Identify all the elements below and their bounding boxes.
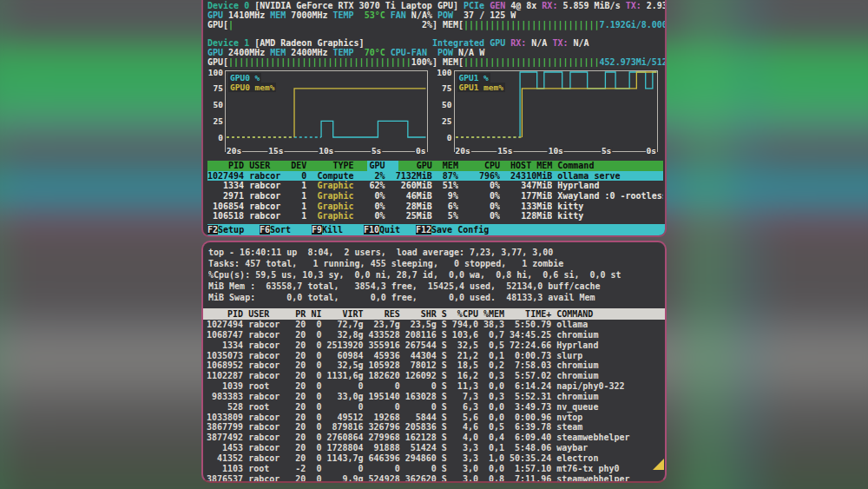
cell-user: rabcor [248,340,285,351]
cell-cmd: electron [556,453,665,464]
process-row[interactable]: 3876537rabcor2009,9g524928362620S3,00,87… [203,474,665,483]
fn-label: Kill [322,225,343,235]
cell-pid: 1334 [207,181,244,191]
gpu0-graph: 1007550250 GPU0 %GPU0 mem% 20s15s10s5s0s [207,70,437,156]
cell-user: rabcor [248,330,285,340]
cell-dev: 1 [291,211,306,221]
cell-pid: 3867799 [207,422,243,433]
process-row[interactable]: 3877492rabcor2002760864279968162128S4,00… [203,433,665,443]
cell-mem: 0,0 [483,402,504,413]
process-row[interactable]: 1102287rabcor2001131,6g182620126092S16,2… [203,371,665,381]
process-row[interactable]: 983383rabcor20033,0g195140163028S7,30,35… [203,392,665,402]
cell-pr: 20 [290,371,306,381]
fn-label: Quit [379,225,400,235]
process-row[interactable]: 1027494rabcor20072,7g23,7g23,5gS794,038,… [203,320,665,330]
process-row[interactable]: 1334rabcor1Graphic62%260MiB51%0%347MiBHy… [207,181,663,191]
gpu1-usage-bars: GPU[|||||||||||||||||||||||||||||||||||1… [207,57,665,67]
header-shr: SHR [405,308,437,320]
process-row[interactable]: 1103root-20000S3,00,01:57.10mt76-tx phy0 [203,464,665,474]
process-row[interactable]: 1068747rabcor20032,8g433528208116S103,60… [203,330,665,340]
process-row[interactable]: 1033809rabcor20049512192685844S5,60,00:0… [203,413,665,423]
cell-res: 355916 [369,340,400,351]
nvtop-process-rows: 1027494rabcor0Compute2%7132MiB87%796%243… [207,171,663,221]
cell-cmd: chromium [556,392,665,402]
cell-cpu: 103,6 [452,330,478,340]
cell-pid: 2971 [207,191,244,202]
legend-entry: GPU1 mem% [457,83,505,92]
cell-cpu: 0% [464,211,500,221]
header-time: TIME+ [510,308,551,320]
gpu1-plot: GPU1 %GPU1 mem% 20s15s10s5s0s [454,70,659,152]
top-content: top - 16:40:11 up 8:04, 2 users, load av… [203,242,665,481]
cell-cmd: nv_queue [556,402,665,413]
cell-shr: 205836 [405,422,437,433]
cell-gpu_mem: 46MiB [391,191,432,202]
cell-pr: 20 [290,413,306,423]
process-row[interactable]: 3867799rabcor200879816326796205836S4,60,… [203,422,665,433]
fn-save-config[interactable]: F12Save Config [416,224,489,235]
cell-pid: 1334 [207,340,243,351]
top-table-header: PID USER PR NI VIRT RES SHR S %CPU %MEM … [203,308,665,320]
gpu0-legend: GPU0 %GPU0 mem% [228,73,276,92]
cell-time: 0:00.96 [510,413,551,423]
process-row[interactable]: 2971rabcor1Graphic0%46MiB9%0%177MiBXwayl… [207,191,663,202]
cell-user: rabcor [248,443,285,453]
fn-quit[interactable]: F10Quit [364,224,416,235]
cell-gpu_mem_pct: 9% [437,191,458,202]
cell-res: 19268 [369,413,400,423]
cell-s: S [442,360,447,371]
fn-sort[interactable]: F6Sort [260,224,312,235]
process-row[interactable]: 41352rabcor2001143,7g646396294860S3,31,0… [203,453,665,464]
cell-mem: 1,0 [483,453,504,464]
header-gpu-mem: GPU [391,161,432,171]
cell-ni: 0 [311,392,321,402]
nvtop-window[interactable]: Device 0 [NVIDIA GeForce RTX 3070 Ti Lap… [201,0,667,237]
process-row[interactable]: 1068952rabcor20032,5g10592878012S18,50,2… [203,360,665,371]
cell-ni: 0 [311,330,321,340]
cell-cmd: Hyprland [556,340,665,351]
top-summary: top - 16:40:11 up 8:04, 2 users, load av… [203,242,665,303]
cell-type: Graphic [312,202,353,212]
cell-cmd: chromium [556,371,665,381]
process-row[interactable]: 528root200000S6,30,03:49.73nv_queue [203,402,665,413]
cell-virt: 49512 [326,413,363,423]
top-window[interactable]: top - 16:40:11 up 8:04, 2 users, load av… [201,241,667,483]
cell-s: S [442,443,447,453]
cell-virt: 9,9g [326,474,363,483]
header-mem: %MEM [483,308,504,320]
cell-shr: 51424 [405,443,437,453]
cell-time: 50:35.24 [510,453,551,464]
cell-shr: 162128 [405,433,437,443]
cell-shr: 126092 [405,371,437,381]
gpu1-y-axis-labels: 1007550250 [437,70,454,156]
y-tick: 0 [447,134,452,142]
fn-key: F2 [207,225,218,235]
cell-cmd: steam [556,422,665,433]
header-pr: PR [290,308,306,320]
process-row[interactable]: 1035073rabcor200609844593644304S21,20,10… [203,351,665,361]
header-s: S [442,308,447,320]
process-row[interactable]: 1334rabcor2002513920355916267544S32,50,5… [203,340,665,351]
nvtop-table-header: PID USER DEV TYPE GPU GPU MEM CPU HOST M… [207,161,663,171]
process-row[interactable]: 106854rabcor1Graphic0%28MiB6%0%133MiBkit… [207,202,663,212]
cell-pr: 20 [290,381,306,392]
fn-kill[interactable]: F9Kill [312,224,364,235]
process-row[interactable]: 1453rabcor20017288049188851424S3,30,15:4… [203,443,665,453]
cell-pid: 1068747 [207,330,243,340]
process-row[interactable]: 106518rabcor1Graphic0%25MiB5%0%128MiBkit… [207,211,663,221]
cell-user: rabcor [249,202,286,212]
gpu-graphs: 1007550250 GPU0 %GPU0 mem% 20s15s10s5s0s… [207,70,665,156]
fn-key: F9 [312,225,322,235]
process-row[interactable]: 1039root200000S11,30,06:14.24napi/phy0-3… [203,381,665,392]
cell-res: 182620 [369,371,400,381]
cell-mem: 0,0 [483,381,504,392]
fn-setup[interactable]: F2Setup [207,224,260,235]
cell-mem: 38,3 [483,320,504,330]
cell-time: 5:48.06 [510,443,551,453]
cell-cpu: 3,3 [452,443,478,453]
cell-virt: 0 [326,402,363,413]
cell-user: rabcor [249,181,286,191]
process-row[interactable]: 1027494rabcor0Compute2%7132MiB87%796%243… [207,171,663,182]
header-mem-pct: MEM [437,161,458,171]
cell-pid: 1027494 [207,171,244,182]
